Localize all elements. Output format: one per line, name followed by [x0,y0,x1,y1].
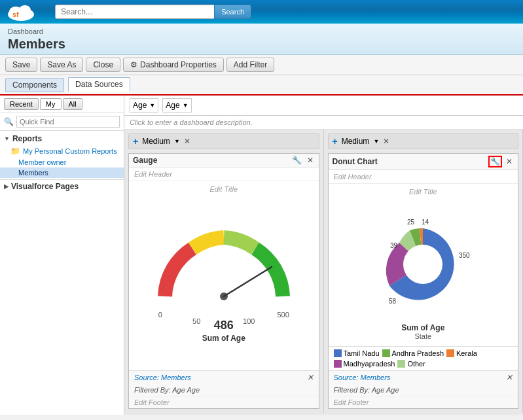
donut-legend: Tamil Nadu Andhra Pradesh Kerala Ma [329,346,518,370]
donut-filtered-by: Filtered By: Age Age [329,384,518,396]
column-1-close-button[interactable]: ✕ [184,137,190,146]
gauge-filtered-by: Filtered By: Age Age [129,384,319,396]
filter-dropdown-1[interactable]: Age ▼ [130,98,158,113]
gauge-chart-container: 0 500 50 100 486 Sum of Age [129,197,319,370]
gauge-widget-title: Gauge [133,156,157,165]
donut-chart: 350 58 39 25 14 [357,205,488,323]
vf-label: Visualforce Pages [11,182,79,191]
gauge-label: Sum of Age [202,334,245,343]
visualforce-pages-section[interactable]: ▶ Visualforce Pages [0,179,124,193]
data-sources-tab[interactable]: Data Sources [68,77,130,92]
legend-color-4 [397,360,405,368]
donut-close-button[interactable]: ✕ [505,156,514,167]
donut-edit-title[interactable]: Edit Title [329,184,518,200]
gauge-mid2: 100 [243,317,255,325]
column-2-header: + Medium ▼ ✕ [328,133,519,149]
filter-dropdown-2[interactable]: Age ▼ [162,98,191,113]
dropdown-arrow-1: ▼ [149,102,155,109]
donut-sublabel: State [414,332,431,340]
gear-icon: ⚙ [130,60,137,69]
report-item-member-owner[interactable]: Member owner [0,157,124,167]
svg-text:350: 350 [459,252,470,259]
donut-center-label: Sum of Age [401,323,444,332]
folder-icon: 📁 [10,147,20,156]
svg-text:14: 14 [422,219,429,226]
my-tab[interactable]: My [40,98,62,110]
gauge-source: Source: Members ✕ [129,370,319,384]
search-input[interactable] [55,5,214,19]
top-navigation: sf Search [0,0,523,24]
search-icon: 🔍 [4,117,14,126]
legend-label-4: Other [407,360,425,368]
donut-widget-actions: 🔧 ✕ [488,156,514,167]
legend-color-1 [382,349,390,357]
legend-color-3 [334,360,342,368]
dashboard-column-2: + Medium ▼ ✕ Donut Chart 🔧 ✕ Edit Header [324,130,524,413]
legend-label-2: Kerala [456,349,477,357]
legend-label-0: Tamil Nadu [344,349,380,357]
gauge-source-text: Source: Members [134,374,191,381]
dashboard-properties-button[interactable]: ⚙ Dashboard Properties [123,58,224,72]
svg-text:25: 25 [407,219,415,226]
svg-text:39: 39 [390,242,398,249]
save-as-button[interactable]: Save As [40,58,83,72]
column-1-header: + Medium ▼ ✕ [128,133,319,149]
sidebar: Recent My All 🔍 ▼ Reports 📁 My Personal … [0,96,124,415]
search-button[interactable]: Search [214,5,251,19]
add-column-2-button[interactable]: + [333,136,338,147]
donut-source: Source: Members ✕ [329,370,518,384]
donut-widget: Donut Chart 🔧 ✕ Edit Header Edit Title [328,153,519,409]
reports-label: Reports [12,134,42,143]
svg-text:sf: sf [12,10,19,18]
search-bar: Search [55,5,251,19]
components-tab[interactable]: Components [5,78,64,92]
donut-edit-footer[interactable]: Edit Footer [329,396,518,408]
donut-edit-header[interactable]: Edit Header [329,170,518,184]
gauge-edit-header[interactable]: Edit Header [129,167,319,181]
column-2-close-button[interactable]: ✕ [383,137,389,146]
main-layout: Recent My All 🔍 ▼ Reports 📁 My Personal … [0,96,523,415]
my-personal-reports-folder[interactable]: 📁 My Personal Custom Reports [0,145,124,157]
page-title: Members [8,37,515,52]
legend-color-2 [446,349,454,357]
filter-option-2: Age [166,101,179,110]
legend-label-3: Madhyapradesh [344,360,395,368]
add-column-1-button[interactable]: + [133,136,138,147]
triangle-icon-vf: ▶ [4,183,9,190]
svg-point-2 [19,5,31,14]
gauge-edit-title[interactable]: Edit Title [129,181,319,197]
gauge-close-button[interactable]: ✕ [306,156,315,165]
filter-option-1: Age [133,101,147,110]
donut-chart-container: 350 58 39 25 14 Sum of Age State [329,200,518,346]
gauge-value: 486 [214,319,234,332]
column-1-size-arrow[interactable]: ▼ [174,138,180,145]
donut-source-close[interactable]: ✕ [506,373,513,382]
dashboard-description[interactable]: Click to enter a dashboard description. [124,116,523,130]
add-filter-button[interactable]: Add Filter [226,58,274,72]
gauge-widget: Gauge 🔧 ✕ Edit Header Edit Title [128,153,319,409]
close-button[interactable]: Close [86,58,120,72]
legend-item-3: Madhyapradesh [334,360,395,368]
sidebar-search-bar: 🔍 [0,113,124,131]
sidebar-search-input[interactable] [16,116,120,128]
donut-source-text: Source: Members [334,374,391,381]
donut-wrench-button[interactable]: 🔧 [488,156,502,167]
gauge-edit-footer[interactable]: Edit Footer [129,396,319,408]
gauge-wrench-button[interactable]: 🔧 [291,156,303,165]
column-2-size-arrow[interactable]: ▼ [373,138,379,145]
save-button[interactable]: Save [5,58,37,72]
recent-tab[interactable]: Recent [4,98,39,110]
column-2-size-label: Medium [342,137,370,146]
report-item-members[interactable]: Members [0,167,124,178]
svg-text:58: 58 [389,298,397,305]
dashboard-column-1: + Medium ▼ ✕ Gauge 🔧 ✕ Edit Header [124,130,324,413]
dashboard-area: Age ▼ Age ▼ Click to enter a dashboard d… [124,96,523,415]
filter-bar: Age ▼ Age ▼ [124,96,523,116]
legend-item-2: Kerala [446,349,477,357]
all-tab[interactable]: All [63,98,82,110]
donut-widget-title: Donut Chart [333,157,378,166]
page-header: Dashboard Members [0,24,523,55]
donut-widget-header: Donut Chart 🔧 ✕ [329,154,518,170]
gauge-source-close[interactable]: ✕ [307,373,314,382]
reports-section-header[interactable]: ▼ Reports [0,132,124,145]
